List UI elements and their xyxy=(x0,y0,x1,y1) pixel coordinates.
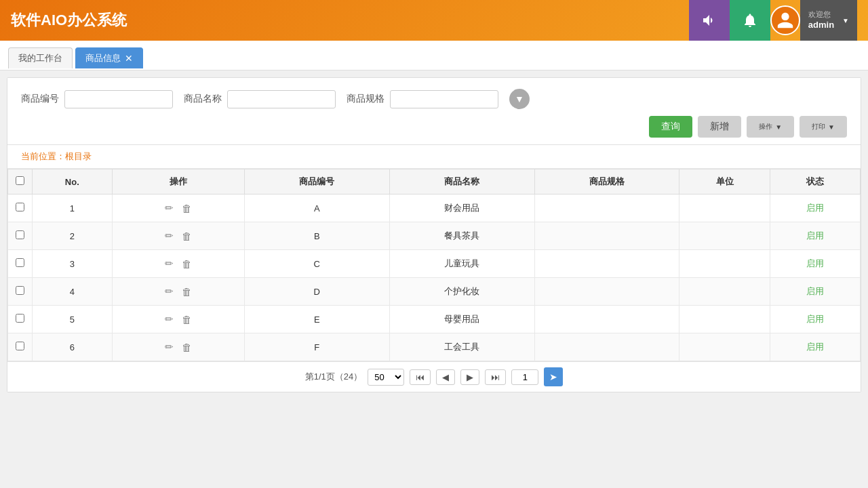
pagination: 第1/1页（24） 50 10 20 100 ⏮ ◀ ▶ ⏭ ➤ xyxy=(7,361,861,392)
operate-button[interactable]: 操作 ▼ xyxy=(747,116,794,138)
query-button[interactable]: 查询 xyxy=(649,116,692,138)
edit-icon[interactable]: ✏ xyxy=(163,284,176,299)
col-unit: 单位 xyxy=(679,169,770,195)
page-number-input[interactable] xyxy=(511,369,538,385)
bell-icon xyxy=(742,12,758,28)
row-unit xyxy=(679,250,770,278)
row-code: D xyxy=(244,278,389,306)
row-code: F xyxy=(244,333,389,361)
tab-product[interactable]: 商品信息 ✕ xyxy=(75,47,143,68)
print-label: 打印 xyxy=(812,122,825,131)
table-header-row: No. 操作 商品编号 商品名称 商品规格 单位 状态 xyxy=(8,169,861,195)
volume-icon xyxy=(701,12,717,28)
row-spec xyxy=(534,250,679,278)
volume-button[interactable] xyxy=(689,0,730,41)
row-name: 财会用品 xyxy=(389,195,534,222)
table-row: 4 ✏ 🗑 D 个护化妆 启用 xyxy=(8,278,861,306)
col-name: 商品名称 xyxy=(389,169,534,195)
row-status: 启用 xyxy=(770,222,860,250)
field-product-spec: 商品规格 xyxy=(347,90,498,108)
delete-icon[interactable]: 🗑 xyxy=(180,201,194,216)
row-status: 启用 xyxy=(770,195,860,222)
chevron-down-icon: ▼ xyxy=(842,17,849,24)
edit-icon[interactable]: ✏ xyxy=(163,340,176,354)
page-size-select[interactable]: 50 10 20 100 xyxy=(368,369,404,386)
select-all-checkbox[interactable] xyxy=(16,176,24,185)
avatar xyxy=(770,5,800,35)
delete-icon[interactable]: 🗑 xyxy=(180,257,194,271)
row-no: 4 xyxy=(33,278,113,306)
input-product-name[interactable] xyxy=(227,90,336,108)
delete-icon[interactable]: 🗑 xyxy=(180,312,194,327)
row-name: 工会工具 xyxy=(389,333,534,361)
row-checkbox[interactable] xyxy=(16,258,24,267)
table-container: No. 操作 商品编号 商品名称 商品规格 单位 状态 1 ✏ xyxy=(7,169,861,361)
next-page-button[interactable]: ▶ xyxy=(460,369,479,385)
col-code: 商品编号 xyxy=(244,169,389,195)
row-status: 启用 xyxy=(770,333,860,361)
row-code: B xyxy=(244,222,389,250)
welcome-text: 欢迎您 xyxy=(808,9,834,19)
row-checkbox[interactable] xyxy=(16,203,24,211)
input-product-code[interactable] xyxy=(64,90,173,108)
app-title: 软件AIO办公系统 xyxy=(11,10,689,30)
delete-icon[interactable]: 🗑 xyxy=(180,285,194,299)
field-product-name-label: 商品名称 xyxy=(184,93,222,105)
last-page-button[interactable]: ⏭ xyxy=(485,369,506,385)
add-button[interactable]: 新增 xyxy=(698,116,741,138)
row-actions: ✏ 🗑 xyxy=(112,278,244,306)
tab-product-label: 商品信息 xyxy=(85,52,121,64)
table-body: 1 ✏ 🗑 A 财会用品 启用 2 ✏ 🗑 xyxy=(8,195,861,361)
table-row: 1 ✏ 🗑 A 财会用品 启用 xyxy=(8,195,861,222)
search-bar: 商品编号 商品名称 商品规格 ▼ 查询 新增 操作 xyxy=(7,78,861,145)
row-checkbox[interactable] xyxy=(16,286,24,295)
product-table: No. 操作 商品编号 商品名称 商品规格 单位 状态 1 ✏ xyxy=(7,169,861,361)
field-product-spec-label: 商品规格 xyxy=(347,93,384,105)
row-checkbox-cell xyxy=(8,333,33,361)
row-no: 6 xyxy=(33,333,113,361)
row-checkbox-cell xyxy=(8,278,33,306)
table-head: No. 操作 商品编号 商品名称 商品规格 单位 状态 xyxy=(8,169,861,195)
tab-close-icon[interactable]: ✕ xyxy=(125,54,133,63)
header-right: 欢迎您 admin ▼ xyxy=(689,0,857,41)
row-checkbox-cell xyxy=(8,195,33,222)
user-menu[interactable]: 欢迎您 admin ▼ xyxy=(800,0,857,41)
operate-arrow-icon: ▼ xyxy=(775,123,782,131)
prev-page-button[interactable]: ◀ xyxy=(436,369,455,385)
edit-icon[interactable]: ✏ xyxy=(163,312,176,327)
row-checkbox[interactable] xyxy=(16,230,24,239)
row-spec xyxy=(534,278,679,306)
tab-workbench[interactable]: 我的工作台 xyxy=(8,47,73,68)
row-no: 3 xyxy=(33,250,113,278)
page-info: 第1/1页（24） xyxy=(305,371,363,383)
row-checkbox-cell xyxy=(8,250,33,278)
edit-icon[interactable]: ✏ xyxy=(163,256,176,271)
input-product-spec[interactable] xyxy=(390,90,498,108)
row-code: C xyxy=(244,250,389,278)
notification-button[interactable] xyxy=(730,0,770,41)
row-name: 儿童玩具 xyxy=(389,250,534,278)
row-actions: ✏ 🗑 xyxy=(112,222,244,250)
row-no: 2 xyxy=(33,222,113,250)
field-product-name: 商品名称 xyxy=(184,90,336,108)
row-checkbox[interactable] xyxy=(16,314,24,323)
expand-button[interactable]: ▼ xyxy=(509,89,530,109)
table-row: 3 ✏ 🗑 C 儿童玩具 启用 xyxy=(8,250,861,278)
row-checkbox[interactable] xyxy=(16,342,24,350)
row-spec xyxy=(534,333,679,361)
search-actions: 查询 新增 操作 ▼ 打印 ▼ xyxy=(21,116,847,138)
print-button[interactable]: 打印 ▼ xyxy=(800,116,847,138)
field-product-code: 商品编号 xyxy=(21,90,173,108)
header: 软件AIO办公系统 欢迎您 admin ▼ xyxy=(0,0,868,41)
delete-icon[interactable]: 🗑 xyxy=(180,340,194,354)
first-page-button[interactable]: ⏮ xyxy=(410,369,431,385)
row-actions: ✏ 🗑 xyxy=(112,250,244,278)
col-action: 操作 xyxy=(112,169,244,195)
edit-icon[interactable]: ✏ xyxy=(163,228,176,243)
delete-icon[interactable]: 🗑 xyxy=(180,229,194,243)
row-no: 1 xyxy=(33,195,113,222)
row-status: 启用 xyxy=(770,278,860,306)
go-page-button[interactable]: ➤ xyxy=(544,367,563,386)
edit-icon[interactable]: ✏ xyxy=(163,201,176,216)
col-checkbox xyxy=(8,169,33,195)
